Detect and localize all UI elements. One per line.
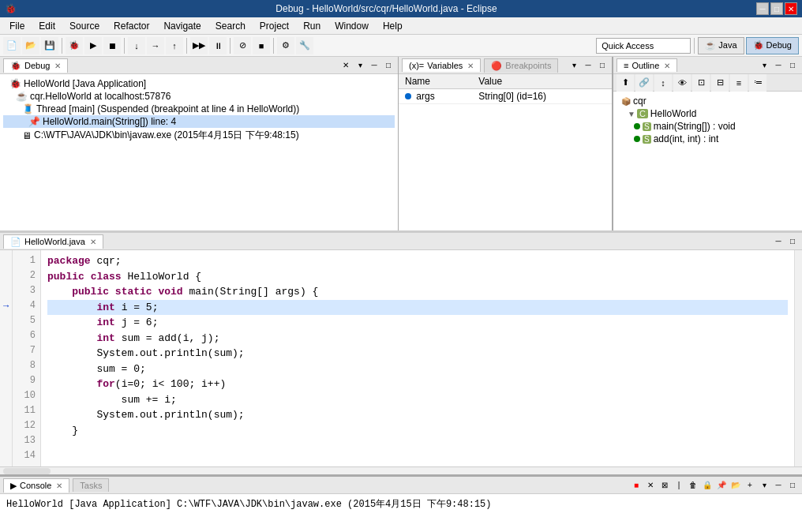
debug-panel: 🐞 Debug ✕ ✕ ▾ ─ □ 🐞 HelloWorld [Java App: [0, 57, 399, 230]
menu-refactor[interactable]: Refactor: [107, 19, 156, 33]
editor-tab-close[interactable]: ✕: [90, 238, 96, 246]
tb-extra2[interactable]: 🔧: [296, 37, 313, 54]
outline-item-cqr[interactable]: 📦 cqr: [616, 95, 799, 107]
menu-help[interactable]: Help: [377, 19, 409, 33]
outline-item-main[interactable]: S main(String[]) : void: [616, 120, 799, 133]
outline-tab-close[interactable]: ✕: [664, 62, 670, 70]
editor-minimize-btn[interactable]: ─: [772, 235, 785, 248]
tb-sep2: [124, 38, 125, 54]
tb-sep5: [273, 38, 274, 54]
console-terminate-btn[interactable]: ✕: [644, 479, 657, 492]
outline-link-btn[interactable]: 🔗: [635, 74, 653, 92]
tasks-tab[interactable]: Tasks: [73, 478, 109, 492]
quick-access-box[interactable]: Quick Access: [596, 38, 691, 54]
var-minimize-btn[interactable]: ─: [582, 59, 594, 72]
outline-dropdown-btn[interactable]: ▾: [758, 59, 770, 72]
minimize-button[interactable]: ─: [756, 2, 769, 15]
tb-open[interactable]: 📂: [22, 37, 39, 54]
debug-tree: 🐞 HelloWorld [Java Application] ☕ cqr.He…: [0, 74, 398, 146]
tb-suspend[interactable]: ⏸: [209, 37, 227, 54]
hscroll-thumb[interactable]: [3, 468, 51, 474]
variables-tab-close[interactable]: ✕: [467, 62, 474, 70]
var-maximize-btn[interactable]: □: [596, 59, 609, 72]
tb-save[interactable]: 💾: [41, 37, 58, 54]
console-maximize-btn[interactable]: □: [786, 479, 799, 492]
tree-item-thread[interactable]: 🧵 Thread [main] (Suspended (breakpoint a…: [3, 103, 395, 115]
tb-terminate[interactable]: ■: [253, 37, 270, 54]
editor-tab[interactable]: 📄 HelloWorld.java ✕: [3, 234, 103, 249]
editor-scrollbar[interactable]: [794, 250, 802, 466]
expand-icon: ▼: [628, 110, 635, 118]
debug-tab-close[interactable]: ✕: [54, 62, 61, 70]
outline-hide-btn[interactable]: 👁: [673, 74, 691, 92]
outline-item-add[interactable]: S add(int, int) : int: [616, 133, 799, 145]
outline-filter3-btn[interactable]: ≡: [730, 74, 748, 92]
debug-maximize-btn[interactable]: □: [382, 59, 395, 72]
menu-window[interactable]: Window: [328, 19, 375, 33]
menu-search[interactable]: Search: [209, 19, 252, 33]
variables-tab[interactable]: (x)= Variables ✕: [402, 58, 481, 72]
console-stop-btn[interactable]: ■: [630, 479, 643, 492]
outline-maximize-btn[interactable]: □: [786, 59, 799, 72]
console-clear-btn[interactable]: 🗑: [687, 479, 699, 492]
outline-sort-btn[interactable]: ↕: [654, 74, 672, 92]
editor-hscrollbar[interactable]: [0, 466, 802, 474]
perspective-java[interactable]: ☕ Java: [698, 37, 744, 54]
debug-tab[interactable]: 🐞 Debug ✕: [3, 58, 68, 73]
editor-header: 📄 HelloWorld.java ✕ ─ □: [0, 233, 802, 250]
menu-project[interactable]: Project: [253, 19, 295, 33]
console-tab[interactable]: ▶ Console ✕: [3, 478, 69, 493]
tb-run[interactable]: ▶: [84, 37, 102, 54]
console-dropdown-btn[interactable]: ▾: [758, 479, 770, 492]
console-new-btn[interactable]: +: [744, 479, 756, 492]
code-content[interactable]: package cqr;public class HelloWorld { pu…: [41, 250, 794, 466]
tree-item-cqr[interactable]: ☕ cqr.HelloWorld at localhost:57876: [3, 90, 395, 103]
tree-item-javaw[interactable]: 🖥 C:\WTF\JAVA\JDK\bin\javaw.exe (2015年4月…: [3, 128, 395, 143]
debug-remove-btn[interactable]: ✕: [339, 59, 352, 72]
tree-item-main[interactable]: 📌 HelloWorld.main(String[]) line: 4: [3, 115, 395, 128]
menu-edit[interactable]: Edit: [32, 19, 62, 33]
console-tab-close[interactable]: ✕: [56, 481, 62, 490]
quick-access-label: Quick Access: [602, 41, 654, 51]
console-minimize-btn[interactable]: ─: [772, 479, 785, 492]
maximize-button[interactable]: □: [770, 2, 783, 15]
outline-filter4-btn[interactable]: ≔: [749, 74, 766, 92]
tb-sep3: [186, 38, 187, 54]
menu-run[interactable]: Run: [297, 19, 327, 33]
perspective-debug[interactable]: 🐞 Debug: [746, 37, 799, 54]
outline-filter2-btn[interactable]: ⊟: [711, 74, 729, 92]
editor-maximize-btn[interactable]: □: [786, 235, 799, 248]
outline-collapse-btn[interactable]: ⬆: [616, 74, 634, 92]
tb-resume[interactable]: ▶▶: [190, 37, 208, 54]
class-icon: C: [637, 109, 648, 118]
static-icon: S: [643, 122, 651, 131]
console-scroll-lock-btn[interactable]: 🔒: [701, 479, 714, 492]
menu-source[interactable]: Source: [63, 19, 106, 33]
var-dropdown-btn[interactable]: ▾: [568, 59, 580, 72]
close-button[interactable]: ✕: [785, 2, 797, 15]
debug-dropdown-btn[interactable]: ▾: [354, 59, 366, 72]
tb-step-over[interactable]: →: [147, 37, 164, 54]
tb-step-into[interactable]: ↓: [128, 37, 145, 54]
debug-minimize-btn[interactable]: ─: [368, 59, 380, 72]
tb-step-return[interactable]: ↑: [166, 37, 183, 54]
tb-skip-breakpoints[interactable]: ⊘: [234, 37, 251, 54]
code-area[interactable]: → 1234567891011121314 package cqr;public…: [0, 250, 802, 466]
var-row-args[interactable]: args String[0] (id=16): [399, 89, 612, 104]
breakpoints-tab[interactable]: 🔴 Breakpoints: [484, 58, 558, 73]
tb-extra1[interactable]: ⚙: [277, 37, 294, 54]
console-pin-btn[interactable]: 📌: [715, 479, 728, 492]
console-disconnect-btn[interactable]: ⊠: [658, 479, 671, 492]
outline-filter1-btn[interactable]: ⊡: [692, 74, 710, 92]
console-open-btn[interactable]: 📂: [729, 479, 742, 492]
tb-new[interactable]: 📄: [3, 37, 21, 54]
menu-navigate[interactable]: Navigate: [157, 19, 207, 33]
outline-tab[interactable]: ≡ Outline ✕: [616, 58, 677, 72]
tb-debug[interactable]: 🐞: [66, 37, 83, 54]
menu-file[interactable]: File: [3, 19, 31, 33]
outline-item-helloworld[interactable]: ▼ C HelloWorld: [616, 107, 799, 120]
outline-minimize-btn[interactable]: ─: [772, 59, 785, 72]
console-text: HelloWorld [Java Application] C:\WTF\JAV…: [6, 499, 492, 510]
tb-stop[interactable]: ⏹: [103, 37, 121, 54]
tree-item-helloworld-app[interactable]: 🐞 HelloWorld [Java Application]: [3, 77, 395, 90]
